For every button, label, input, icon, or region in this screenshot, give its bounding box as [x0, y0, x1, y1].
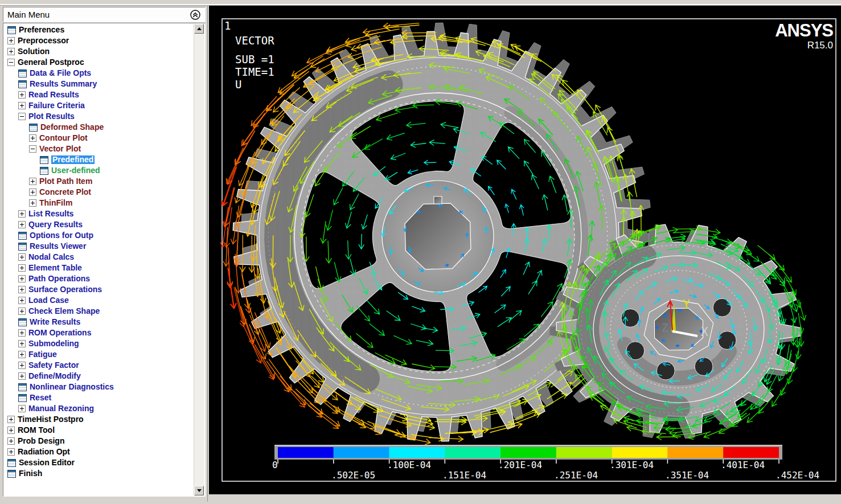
expand-icon[interactable]: [18, 405, 26, 412]
expand-icon[interactable]: [18, 102, 26, 109]
menu-item-read-results[interactable]: Read Results: [4, 89, 194, 100]
menu-item-label[interactable]: Finish: [19, 469, 42, 478]
menu-item-options-for-outp[interactable]: Options for Outp: [4, 230, 194, 241]
menu-item-rom-tool[interactable]: ROM Tool: [4, 425, 194, 436]
menu-item-session-editor[interactable]: Session Editor: [4, 457, 194, 468]
menu-item-deformed-shape[interactable]: Deformed Shape: [4, 122, 194, 133]
expand-icon[interactable]: [7, 37, 15, 44]
menu-item-safety-factor[interactable]: Safety Factor: [4, 360, 194, 371]
menu-item-write-results[interactable]: Write Results: [4, 317, 194, 327]
menu-item-results-viewer[interactable]: Results Viewer: [4, 241, 194, 252]
menu-item-define-modify[interactable]: Define/Modify: [4, 371, 194, 382]
scroll-down-button[interactable]: [194, 486, 204, 495]
expand-icon[interactable]: [18, 210, 26, 218]
menu-item-submodeling[interactable]: Submodeling: [4, 338, 194, 349]
menu-item-thinfilm[interactable]: ThinFilm: [4, 198, 194, 208]
expand-icon[interactable]: [18, 275, 26, 282]
menu-item-label[interactable]: Vector Plot: [39, 145, 81, 153]
menu-item-label[interactable]: List Results: [28, 210, 73, 218]
menu-item-concrete-plot[interactable]: Concrete Plot: [4, 187, 194, 198]
menu-item-manual-rezoning[interactable]: Manual Rezoning: [4, 403, 194, 414]
expand-icon[interactable]: [29, 199, 36, 207]
scrollbar-track[interactable]: [194, 34, 204, 486]
menu-item-nodal-calcs[interactable]: Nodal Calcs: [4, 252, 194, 263]
menu-item-preferences[interactable]: Preferences: [4, 24, 194, 35]
menu-item-label[interactable]: Data & File Opts: [30, 69, 91, 77]
menu-item-label[interactable]: Preferences: [19, 26, 64, 34]
menu-item-preprocessor[interactable]: Preprocessor: [4, 35, 194, 46]
expand-icon[interactable]: [29, 134, 36, 142]
menu-item-user-defined[interactable]: User-defined: [4, 165, 194, 176]
expand-icon[interactable]: [7, 437, 15, 445]
menu-item-label[interactable]: Solution: [18, 47, 50, 56]
menu-item-query-results[interactable]: Query Results: [4, 219, 194, 230]
menu-item-label[interactable]: Path Operations: [28, 274, 90, 283]
menu-item-label[interactable]: ROM Operations: [28, 329, 91, 337]
expand-icon[interactable]: [18, 308, 26, 315]
menu-item-label[interactable]: Results Summary: [30, 80, 97, 88]
expand-icon[interactable]: [18, 329, 26, 337]
expand-icon[interactable]: [7, 48, 15, 55]
menu-item-label[interactable]: General Postproc: [18, 58, 84, 67]
menu-item-label[interactable]: Radiation Opt: [18, 448, 70, 456]
menu-item-label[interactable]: Surface Operations: [28, 285, 102, 294]
expand-icon[interactable]: [7, 427, 15, 434]
menu-item-label[interactable]: Session Editor: [19, 458, 75, 467]
menu-item-label[interactable]: Check Elem Shape: [28, 307, 100, 315]
menu-item-label[interactable]: Fatigue: [28, 350, 57, 359]
menu-item-label[interactable]: Predefined: [51, 155, 95, 164]
menu-item-label[interactable]: Nonlinear Diagnostics: [30, 383, 114, 391]
expand-icon[interactable]: [18, 297, 26, 304]
menu-item-label[interactable]: Read Results: [28, 91, 79, 99]
menu-item-surface-operations[interactable]: Surface Operations: [4, 284, 194, 295]
collapse-menu-button[interactable]: [190, 9, 201, 21]
menu-item-reset[interactable]: Reset: [4, 392, 194, 403]
menu-item-label[interactable]: Safety Factor: [28, 361, 79, 370]
expand-icon[interactable]: [29, 189, 36, 196]
menu-item-label[interactable]: ThinFilm: [39, 199, 72, 207]
menu-item-label[interactable]: User-defined: [51, 166, 100, 175]
menu-item-fatigue[interactable]: Fatigue: [4, 349, 194, 360]
expand-icon[interactable]: [18, 264, 26, 272]
menu-item-label[interactable]: ROM Tool: [18, 426, 55, 435]
graphics-window[interactable]: 1 VECTOR SUB =1 TIME=1 U ANSYS R15.0 X Y…: [209, 6, 841, 494]
expand-icon[interactable]: [18, 91, 26, 99]
menu-item-label[interactable]: Options for Outp: [30, 231, 93, 240]
menu-item-label[interactable]: Deformed Shape: [40, 123, 104, 132]
menu-item-list-results[interactable]: List Results: [4, 208, 194, 219]
menu-item-plot-path-item[interactable]: Plot Path Item: [4, 176, 194, 187]
menu-item-label[interactable]: Concrete Plot: [39, 188, 91, 196]
menu-item-label[interactable]: Write Results: [30, 318, 80, 326]
menu-item-prob-design[interactable]: Prob Design: [4, 436, 194, 446]
menu-item-general-postproc[interactable]: General Postproc: [4, 57, 194, 68]
menu-item-label[interactable]: Results Viewer: [30, 242, 86, 251]
expand-icon[interactable]: [18, 362, 26, 369]
menu-item-label[interactable]: Load Case: [28, 296, 69, 305]
expand-icon[interactable]: [18, 221, 26, 228]
menu-item-label[interactable]: TimeHist Postpro: [18, 415, 84, 424]
expand-icon[interactable]: [18, 253, 26, 261]
menu-item-element-table[interactable]: Element Table: [4, 263, 194, 273]
menu-item-rom-operations[interactable]: ROM Operations: [4, 327, 194, 338]
collapse-icon[interactable]: [7, 59, 15, 66]
menu-item-label[interactable]: Submodeling: [28, 339, 79, 348]
menu-item-label[interactable]: Query Results: [28, 220, 83, 229]
collapse-icon[interactable]: [18, 113, 26, 120]
menu-item-label[interactable]: Reset: [30, 394, 51, 402]
menu-item-label[interactable]: Plot Path Item: [39, 177, 92, 186]
menu-item-contour-plot[interactable]: Contour Plot: [4, 133, 194, 144]
expand-icon[interactable]: [18, 286, 26, 293]
menu-item-label[interactable]: Nodal Calcs: [28, 253, 74, 261]
menu-item-label[interactable]: Preprocessor: [18, 36, 69, 45]
menu-item-results-summary[interactable]: Results Summary: [4, 79, 194, 89]
collapse-icon[interactable]: [29, 145, 36, 153]
vector-plot-canvas[interactable]: 1 VECTOR SUB =1 TIME=1 U ANSYS R15.0 X Y…: [209, 6, 841, 494]
menu-item-radiation-opt[interactable]: Radiation Opt: [4, 446, 194, 457]
expand-icon[interactable]: [18, 372, 26, 380]
menu-item-plot-results[interactable]: Plot Results: [4, 111, 194, 122]
menu-item-path-operations[interactable]: Path Operations: [4, 273, 194, 284]
menu-item-vector-plot[interactable]: Vector Plot: [4, 144, 194, 154]
menu-item-label[interactable]: Contour Plot: [39, 134, 88, 142]
menu-item-predefined[interactable]: Predefined: [4, 154, 194, 165]
menu-item-finish[interactable]: Finish: [4, 468, 194, 479]
